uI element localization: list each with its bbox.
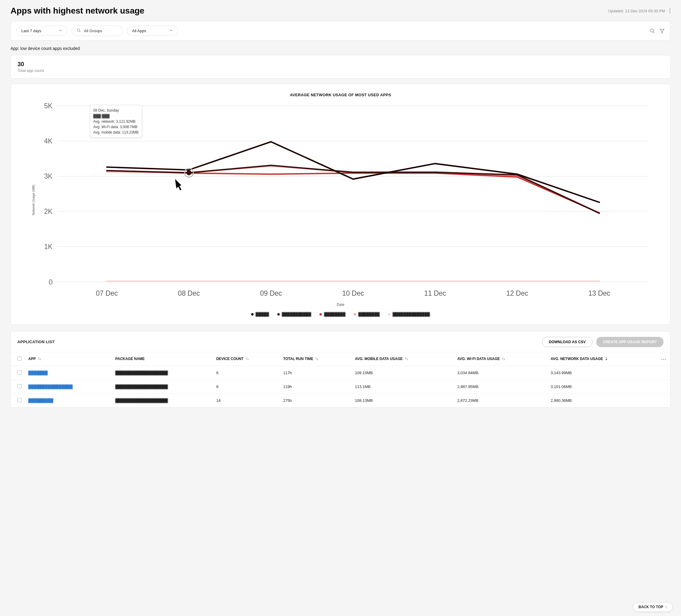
chevron-down-icon	[59, 29, 62, 33]
table-row[interactable]: ███████████████████████████6117h109.15MB…	[11, 366, 670, 380]
svg-text:09 Dec: 09 Dec	[260, 289, 282, 297]
svg-text:0: 0	[49, 278, 53, 286]
runtime: 119h	[280, 380, 352, 393]
svg-point-27	[186, 170, 192, 175]
app-link[interactable]: ███████	[28, 370, 48, 375]
col-app[interactable]: APP	[25, 352, 112, 366]
table-title: APPLICATION LIST	[18, 340, 55, 344]
col-mobile[interactable]: AVG. MOBILE DATA USAGE	[352, 352, 454, 366]
device-count: 6	[213, 380, 280, 393]
sort-down-icon	[605, 357, 608, 361]
total-count-value: 30	[18, 61, 663, 68]
search-icon	[77, 28, 81, 33]
legend-item[interactable]: ████████	[354, 312, 380, 316]
legend-label: ████████	[324, 312, 345, 316]
device-count: 6	[213, 366, 280, 380]
svg-text:4K: 4K	[44, 137, 53, 145]
app-link[interactable]: ████████████████	[28, 384, 73, 389]
legend-dot-icon	[251, 313, 254, 315]
mobile-usage: 113.1MB	[352, 380, 454, 393]
groups-label: All Groups	[84, 29, 102, 33]
package-name: ████████████████████	[115, 370, 168, 375]
svg-text:5K: 5K	[44, 102, 53, 110]
svg-text:13 Dec: 13 Dec	[588, 289, 610, 297]
sort-icon	[246, 357, 249, 361]
svg-point-3	[77, 29, 80, 31]
wifi-usage: 2,987.95MB	[454, 380, 548, 393]
legend-item[interactable]: ██████████████	[388, 312, 430, 316]
legend-label: ██████████████	[393, 312, 430, 316]
application-table: APP PACKAGE NAME DEVICE COUNT TOTAL RUN …	[11, 352, 670, 408]
col-device-count[interactable]: DEVICE COUNT	[213, 352, 280, 366]
network-usage: 3,101.06MB	[548, 380, 657, 393]
table-row[interactable]: █████████████████████████████14275h108.1…	[11, 393, 670, 407]
groups-search[interactable]: All Groups	[72, 26, 123, 36]
legend-label: ████████	[358, 312, 380, 316]
chart-legend: ████████████████████████████████████████…	[20, 312, 661, 316]
line-chart[interactable]: 01K2K3K4K5K07 Dec08 Dec09 Dec10 Dec11 De…	[20, 100, 661, 301]
chart-card: AVERAGE NETWORK USAGE OF MOST USED APPS …	[10, 84, 671, 325]
chart-title: AVERAGE NETWORK USAGE OF MOST USED APPS	[20, 93, 661, 97]
more-menu-icon[interactable]	[669, 8, 671, 13]
download-csv-button[interactable]: DOWNLOAD AS CSV	[542, 337, 593, 347]
svg-point-1	[669, 10, 670, 11]
svg-text:07 Dec: 07 Dec	[96, 289, 118, 297]
svg-point-30	[665, 359, 666, 360]
svg-text:11 Dec: 11 Dec	[424, 289, 446, 297]
col-runtime[interactable]: TOTAL RUN TIME	[280, 352, 352, 366]
mobile-usage: 108.13MB	[352, 393, 454, 407]
legend-item[interactable]: ███████████	[277, 312, 311, 316]
total-count-label: Total app count	[18, 68, 663, 73]
legend-dot-icon	[388, 313, 390, 315]
package-name: ████████████████████	[115, 384, 168, 389]
svg-text:10 Dec: 10 Dec	[342, 289, 364, 297]
col-package[interactable]: PACKAGE NAME	[112, 352, 213, 366]
svg-line-6	[653, 32, 655, 33]
svg-text:3K: 3K	[44, 172, 53, 180]
x-axis-label: Date	[20, 303, 661, 307]
filter-bar: Last 7 days All Groups All Apps	[10, 21, 671, 41]
date-range-dropdown[interactable]: Last 7 days	[16, 26, 67, 36]
svg-point-2	[669, 12, 670, 13]
svg-text:08 Dec: 08 Dec	[178, 289, 200, 297]
svg-line-4	[79, 31, 80, 32]
search-icon[interactable]	[650, 28, 655, 34]
col-actions[interactable]	[657, 352, 670, 366]
legend-label: █████	[256, 312, 269, 316]
legend-item[interactable]: ████████	[320, 312, 345, 316]
runtime: 275h	[280, 393, 352, 407]
y-axis-label: Network Usage (MB)	[31, 185, 35, 215]
sort-icon	[37, 357, 41, 361]
svg-point-0	[669, 8, 670, 9]
legend-item[interactable]: █████	[251, 312, 269, 316]
svg-text:12 Dec: 12 Dec	[506, 289, 528, 297]
apps-label: All Apps	[132, 29, 146, 33]
application-list-card: APPLICATION LIST DOWNLOAD AS CSV CREATE …	[10, 331, 671, 408]
app-link[interactable]: █████████	[28, 398, 53, 403]
row-checkbox[interactable]	[18, 370, 22, 375]
row-checkbox[interactable]	[18, 384, 22, 388]
filter-icon[interactable]	[659, 28, 665, 34]
table-row[interactable]: ████████████████████████████████████6119…	[11, 380, 670, 393]
svg-text:1K: 1K	[44, 243, 53, 251]
mobile-usage: 109.15MB	[352, 366, 454, 380]
sort-icon	[502, 357, 505, 361]
runtime: 117h	[280, 366, 352, 380]
apps-dropdown[interactable]: All Apps	[127, 26, 178, 36]
network-usage: 2,980.36MB	[548, 393, 657, 407]
col-wifi[interactable]: AVG. WI-FI DATA USAGE	[454, 352, 548, 366]
create-report-button: CREATE APP USAGE REPORT	[596, 337, 663, 347]
svg-point-28	[661, 359, 662, 360]
page-title: Apps with highest network usage	[10, 6, 144, 16]
package-name: ████████████████████	[115, 398, 168, 403]
select-all-checkbox[interactable]	[18, 356, 22, 361]
network-usage: 3,143.99MB	[548, 366, 657, 380]
wifi-usage: 2,872.23MB	[454, 393, 548, 407]
filter-note: App: low device count apps excluded	[10, 46, 671, 51]
row-checkbox[interactable]	[18, 398, 22, 402]
col-network[interactable]: AVG. NETWORK DATA USAGE	[548, 352, 657, 366]
svg-text:2K: 2K	[44, 208, 53, 215]
legend-label: ███████████	[282, 312, 311, 316]
total-count-card: 30 Total app count	[10, 55, 671, 78]
chevron-down-icon	[169, 29, 173, 33]
